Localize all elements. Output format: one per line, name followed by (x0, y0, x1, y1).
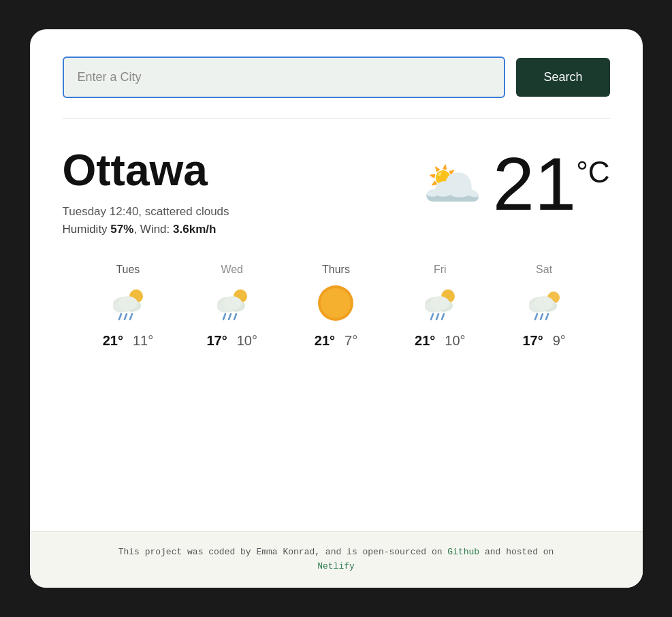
svg-line-7 (130, 314, 132, 319)
forecast-low-1: 10° (237, 333, 257, 349)
temp-unit: °C (576, 157, 609, 187)
forecast-temps-2: 21° 7° (315, 333, 357, 349)
app-container: Search Ottawa Tuesday 12:40, scattered c… (30, 29, 643, 588)
forecast-icon-0 (108, 281, 148, 325)
search-button[interactable]: Search (516, 58, 609, 97)
svg-line-15 (234, 314, 236, 319)
svg-line-33 (546, 314, 548, 319)
footer-netlify-link[interactable]: Netlify (317, 561, 355, 571)
forecast-day-0: Tues (87, 264, 169, 349)
forecast-low-2: 7° (345, 333, 357, 349)
forecast-high-0: 21° (103, 333, 123, 349)
forecast-high-2: 21° (315, 333, 335, 349)
svg-line-32 (541, 314, 543, 319)
forecast-day-name-4: Sat (536, 264, 552, 276)
current-weather: Ottawa Tuesday 12:40, scattered clouds H… (63, 146, 610, 236)
forecast-temps-3: 21° 10° (415, 333, 466, 349)
svg-line-5 (119, 314, 121, 319)
svg-point-22 (430, 296, 449, 310)
weather-section: Ottawa Tuesday 12:40, scattered clouds H… (30, 119, 643, 531)
svg-line-25 (442, 314, 444, 319)
footer-text1: This project was coded by Emma Konrad, a… (118, 547, 443, 557)
humidity-label: Humidity (63, 223, 108, 236)
forecast-high-1: 17° (206, 333, 227, 349)
svg-line-31 (535, 314, 537, 319)
svg-line-13 (223, 314, 225, 319)
city-info: Ottawa Tuesday 12:40, scattered clouds H… (63, 146, 423, 236)
weather-details: Humidity 57%, Wind: 3.6km/h (63, 223, 423, 236)
forecast-icon-2 (315, 281, 356, 325)
svg-line-14 (229, 314, 231, 319)
forecast-high-4: 17° (522, 333, 543, 349)
forecast-temps-0: 21° 11° (103, 333, 154, 349)
forecast-temps-1: 17° 10° (206, 333, 257, 349)
weather-description: Tuesday 12:40, scattered clouds (63, 205, 423, 219)
forecast-day-name-2: Thurs (322, 264, 350, 276)
search-input[interactable] (63, 57, 506, 98)
forecast-icon-1 (212, 281, 253, 325)
footer-text2: and hosted on (485, 547, 554, 557)
svg-line-23 (431, 314, 433, 319)
current-weather-icon: 🌥️ (423, 156, 482, 212)
svg-point-30 (534, 296, 554, 310)
current-temperature: 21°C (493, 146, 610, 221)
forecast-icon-4 (524, 281, 564, 325)
forecast-day-4: Sat 17° 9° (503, 264, 585, 349)
forecast-low-3: 10° (445, 333, 465, 349)
temp-value: 21 (493, 146, 576, 221)
forecast-low-0: 11° (133, 333, 153, 349)
forecast-day-name-1: Wed (221, 264, 243, 276)
temperature-display: 🌥️ 21°C (423, 146, 610, 221)
svg-line-24 (436, 314, 438, 319)
forecast-temps-4: 17° 9° (522, 333, 565, 349)
forecast-icon-3 (419, 281, 460, 325)
svg-point-17 (321, 288, 351, 318)
svg-point-12 (223, 296, 242, 310)
footer: This project was coded by Emma Konrad, a… (30, 531, 643, 588)
search-section: Search (30, 29, 643, 118)
forecast-day-3: Fri 21° 10° (399, 264, 481, 349)
wind-label: Wind: (140, 223, 170, 236)
forecast-high-3: 21° (415, 333, 435, 349)
forecast-day-2: Thurs 21° 7° (295, 264, 377, 349)
forecast-day-name-3: Fri (434, 264, 447, 276)
forecast-low-4: 9° (553, 333, 566, 349)
forecast-day-1: Wed 17° 10° (191, 264, 273, 349)
humidity-value: 57% (110, 223, 133, 236)
footer-github-link[interactable]: Github (447, 547, 479, 557)
forecast-section: Tues (63, 264, 610, 349)
svg-line-6 (125, 314, 127, 319)
city-name: Ottawa (63, 146, 423, 194)
wind-value: 3.6km/h (173, 223, 216, 236)
svg-point-4 (118, 296, 138, 310)
forecast-day-name-0: Tues (116, 264, 140, 276)
